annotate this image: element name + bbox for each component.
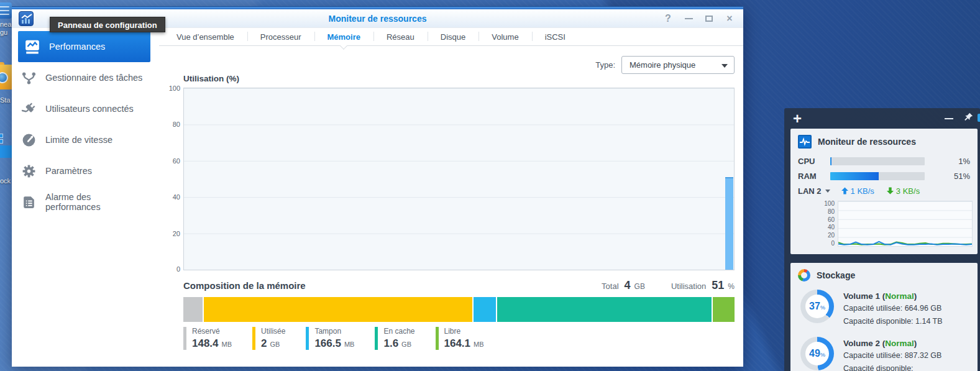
volume-1-row: 37% Volume 1 (Normal) Capacité utilisée:… bbox=[790, 286, 978, 334]
desktop-shortcut-strip: nea gu Sta ock bbox=[0, 0, 12, 371]
sidebar-item-settings[interactable]: Paramètres bbox=[12, 155, 159, 186]
sidebar-item-performances[interactable]: Performances bbox=[18, 31, 150, 62]
total-unit: GB bbox=[634, 282, 645, 291]
tab-volume[interactable]: Volume bbox=[479, 28, 531, 45]
legend-color-mark bbox=[436, 327, 439, 350]
memory-type-value: Mémoire physique bbox=[630, 60, 695, 70]
sidebar: Performances Gestionnaire des tâches bbox=[12, 28, 159, 366]
help-icon[interactable]: ? bbox=[663, 14, 673, 24]
legend-free: Libre 164.1MB bbox=[436, 327, 484, 350]
sidebar-item-label: Alarme des performances bbox=[45, 192, 139, 212]
legend-cached: En cache 1.6GB bbox=[375, 327, 414, 350]
y-tick: 100 bbox=[162, 85, 180, 92]
chevron-down-icon bbox=[721, 64, 728, 68]
maximize-icon[interactable] bbox=[704, 14, 714, 24]
widget-panel-header: + bbox=[784, 108, 980, 129]
segment-used bbox=[204, 297, 472, 322]
ram-percent: 51% bbox=[954, 172, 970, 181]
shortcut-caption: Sta bbox=[0, 96, 11, 104]
usage-unit: % bbox=[728, 282, 735, 291]
tab-processor[interactable]: Processeur bbox=[247, 28, 314, 45]
widget-panel: + Moniteur de ressources CPU 1% bbox=[784, 108, 980, 371]
minimize-icon[interactable] bbox=[684, 14, 694, 24]
tab-bar: Vue d’ensemble Processeur Mémoire Réseau… bbox=[159, 28, 743, 46]
usage-label: Utilisation bbox=[671, 282, 706, 291]
ram-progress-bar bbox=[830, 172, 925, 180]
sidebar-item-speed-limit[interactable]: Limite de vitesse bbox=[12, 124, 159, 155]
lan-row: LAN 2 1 KB/s 3 KB/s bbox=[790, 183, 978, 198]
docker-shortcut-icon[interactable] bbox=[0, 128, 12, 172]
segment-free bbox=[713, 297, 735, 322]
sidebar-item-connected-users[interactable]: Utilisateurs connectés bbox=[12, 93, 159, 124]
status-normal: Normal bbox=[885, 291, 914, 301]
pin-icon[interactable] bbox=[963, 112, 974, 125]
volume-1-used: Capacité utilisée: 664.96 GB bbox=[843, 302, 943, 315]
composition-legend: Réservé 148.4MB Utilisée 2GB Tampon 166.… bbox=[183, 327, 505, 350]
tab-overview[interactable]: Vue d’ensemble bbox=[163, 28, 247, 45]
y-tick: 80 bbox=[162, 121, 180, 128]
lan-download: 3 KB/s bbox=[887, 186, 920, 196]
sidebar-item-task-manager[interactable]: Gestionnaire des tâches bbox=[12, 62, 159, 93]
file-station-shortcut-icon[interactable] bbox=[0, 62, 13, 89]
clipped-header-icon[interactable] bbox=[978, 114, 980, 122]
volume-1-donut: 37% bbox=[800, 290, 834, 323]
resource-monitor-window: Moniteur de ressources ? × Performances bbox=[12, 6, 743, 367]
legend-color-mark bbox=[306, 327, 309, 350]
storage-widget-title: Stockage bbox=[817, 270, 855, 280]
report-list-icon bbox=[20, 195, 37, 210]
tab-iscsi[interactable]: iSCSI bbox=[532, 28, 579, 45]
shortcut-caption: gu bbox=[0, 29, 7, 37]
sidebar-item-label: Limite de vitesse bbox=[45, 135, 112, 145]
cpu-progress-bar bbox=[830, 157, 925, 165]
sidebar-item-performance-alarm[interactable]: Alarme des performances bbox=[12, 186, 159, 218]
legend-buffer: Tampon 166.5MB bbox=[306, 327, 354, 350]
lan-upload: 1 KB/s bbox=[841, 186, 874, 196]
y-tick: 40 bbox=[162, 193, 180, 201]
volume-1-available: Capacité disponible: 1.14 TB bbox=[843, 315, 943, 328]
memory-type-dropdown[interactable]: Mémoire physique bbox=[621, 56, 735, 74]
total-label: Total bbox=[602, 282, 618, 291]
storage-widget-icon bbox=[798, 269, 810, 282]
sidebar-item-label: Gestionnaire des tâches bbox=[45, 73, 142, 83]
volume-2-donut: 49% bbox=[800, 337, 834, 370]
legend-color-mark bbox=[183, 327, 186, 350]
shortcut-caption: ock bbox=[0, 177, 11, 185]
y-tick: 20 bbox=[162, 230, 180, 237]
volume-2-available: Capacité disponible: bbox=[843, 362, 941, 371]
close-icon[interactable]: × bbox=[725, 14, 735, 24]
main-pane: Vue d’ensemble Processeur Mémoire Réseau… bbox=[159, 28, 743, 366]
segment-cached bbox=[497, 297, 712, 322]
control-panel-shortcut-icon[interactable] bbox=[0, 2, 12, 19]
speedometer-icon bbox=[20, 132, 37, 148]
memory-composition-bar bbox=[183, 297, 735, 322]
utilization-chart-title: Utilisation (%) bbox=[183, 74, 239, 83]
y-tick: 60 bbox=[162, 157, 180, 165]
segment-buffer bbox=[474, 297, 495, 322]
usage-value: 51 bbox=[712, 279, 724, 292]
tab-network[interactable]: Réseau bbox=[373, 28, 428, 45]
arrow-up-icon bbox=[841, 187, 848, 195]
add-widget-icon[interactable]: + bbox=[793, 111, 802, 126]
tab-memory[interactable]: Mémoire bbox=[314, 28, 373, 45]
segment-reserved bbox=[183, 297, 203, 322]
tab-disk[interactable]: Disque bbox=[428, 28, 479, 45]
status-normal: Normal bbox=[885, 339, 914, 348]
legend-used: Utilisée 2GB bbox=[252, 327, 285, 350]
resource-monitor-widget: Moniteur de ressources CPU 1% RAM 51% LA… bbox=[790, 129, 978, 254]
sidebar-item-label: Utilisateurs connectés bbox=[45, 104, 134, 114]
monitor-widget-title: Moniteur de ressources bbox=[818, 137, 916, 147]
ram-row: RAM 51% bbox=[790, 168, 978, 183]
shortcut-caption: nea bbox=[0, 21, 11, 29]
lan-selector[interactable]: LAN 2 bbox=[798, 186, 822, 196]
taskbar-tooltip: Panneau de configuration bbox=[50, 17, 165, 32]
cpu-percent: 1% bbox=[958, 157, 970, 166]
chevron-down-icon[interactable] bbox=[825, 190, 830, 193]
composition-heading: Composition de la mémoire bbox=[183, 280, 602, 291]
gear-icon bbox=[20, 163, 37, 179]
monitor-widget-icon bbox=[798, 135, 812, 149]
collapse-widgets-icon[interactable] bbox=[945, 118, 953, 119]
sidebar-item-label: Paramètres bbox=[45, 166, 92, 176]
plug-icon bbox=[20, 101, 37, 117]
volume-2-name: Volume 2 (Normal) bbox=[843, 338, 941, 349]
total-value: 4 bbox=[625, 279, 631, 292]
